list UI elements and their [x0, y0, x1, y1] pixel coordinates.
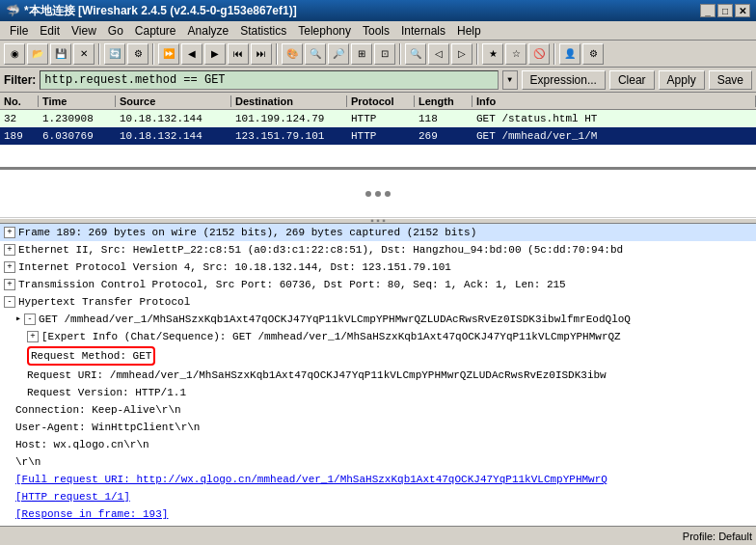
- expand-icon-tcp[interactable]: +: [4, 279, 15, 290]
- cell-time: 6.030769: [39, 130, 116, 142]
- packet-row-189[interactable]: 189 6.030769 10.18.132.144 123.151.79.10…: [0, 127, 756, 145]
- cell-time: 1.230908: [39, 113, 116, 124]
- expression-button[interactable]: Expression...: [522, 70, 606, 90]
- go-first-button[interactable]: ⏮: [228, 43, 249, 65]
- colorize-button[interactable]: 🎨: [282, 43, 303, 65]
- minimize-button[interactable]: _: [700, 4, 716, 17]
- close-button-tb[interactable]: ✕: [73, 43, 94, 65]
- filter-bar: Filter: ▼ Expression... Clear Apply Save: [0, 68, 756, 93]
- capture-options-button[interactable]: ⚙: [127, 43, 148, 65]
- apply-button[interactable]: Apply: [659, 70, 705, 90]
- detail-host[interactable]: Host: wx.qlogo.cn\r\n: [0, 436, 756, 453]
- zoom-reset-button[interactable]: ⊞: [351, 43, 372, 65]
- detail-version[interactable]: Request Version: HTTP/1.1: [0, 384, 756, 401]
- sep6: [554, 43, 555, 65]
- zoom-fit-button[interactable]: ⊡: [374, 43, 395, 65]
- menu-item-analyze[interactable]: Analyze: [182, 23, 235, 39]
- go-back-button[interactable]: ◀: [181, 43, 202, 65]
- open-button[interactable]: 📂: [27, 43, 48, 65]
- detail-http[interactable]: - Hypertext Transfer Protocol: [0, 293, 756, 311]
- go-last-button[interactable]: ⏭: [251, 43, 272, 65]
- menu-item-tools[interactable]: Tools: [357, 23, 395, 39]
- close-button[interactable]: ✕: [735, 4, 750, 17]
- reload-button[interactable]: 🔄: [104, 43, 125, 65]
- prefs-button[interactable]: ⚙: [582, 43, 604, 65]
- detail-expert[interactable]: + [Expert Info (Chat/Sequence): GET /mmh…: [0, 328, 756, 345]
- detail-connection[interactable]: Connection: Keep-Alive\r\n: [0, 401, 756, 419]
- sep5: [476, 43, 478, 65]
- maximize-button[interactable]: □: [717, 4, 733, 17]
- detail-ip[interactable]: + Internet Protocol Version 4, Src: 10.1…: [0, 259, 756, 276]
- detail-ethernet[interactable]: + Ethernet II, Src: HewlettP_22:c8:51 (a…: [0, 241, 756, 259]
- menu-item-capture[interactable]: Capture: [129, 23, 182, 39]
- cell-protocol: HTTP: [347, 130, 415, 142]
- col-destination: Destination: [231, 95, 347, 107]
- menu-item-internals[interactable]: Internals: [395, 23, 451, 39]
- empty-middle-area: [0, 170, 756, 218]
- menu-item-file[interactable]: File: [4, 23, 34, 39]
- menu-item-help[interactable]: Help: [451, 23, 487, 39]
- mark-button[interactable]: ★: [482, 43, 503, 65]
- expand-icon-ip[interactable]: +: [4, 261, 15, 273]
- detail-uri[interactable]: Request URI: /mmhead/ver_1/MhSaHSzxKqb1A…: [0, 367, 756, 384]
- clear-button[interactable]: Clear: [609, 70, 655, 90]
- sep3: [276, 43, 278, 65]
- sep2: [152, 43, 154, 65]
- detail-req-num[interactable]: [HTTP request 1/1]: [0, 488, 756, 505]
- expand-icon-http[interactable]: -: [4, 296, 15, 308]
- expand-icon-eth[interactable]: +: [4, 244, 15, 256]
- title-bar: 🦈 *本地连接 [Wireshark 2.4.5 (v2.4.5-0-g153e…: [0, 0, 756, 21]
- detail-useragent[interactable]: User-Agent: WinHttpClient\r\n: [0, 419, 756, 436]
- mark-prev-button[interactable]: ☆: [505, 43, 526, 65]
- window-title: *本地连接 [Wireshark 2.4.5 (v2.4.5-0-g153e86…: [24, 3, 297, 19]
- col-protocol: Protocol: [347, 95, 415, 107]
- expand-icon-get[interactable]: -: [24, 313, 36, 325]
- arrow-icon: ▸: [15, 312, 21, 327]
- menu-item-telephony[interactable]: Telephony: [292, 23, 357, 39]
- detail-response-text[interactable]: [Response in frame: 193]: [15, 506, 168, 522]
- detail-expert-text: [Expert Info (Chat/Sequence): GET /mmhea…: [41, 329, 621, 344]
- save-filter-button[interactable]: Save: [709, 70, 752, 90]
- col-info: Info: [472, 95, 756, 107]
- profile-button[interactable]: 👤: [559, 43, 580, 65]
- menu-item-statistics[interactable]: Statistics: [234, 23, 292, 39]
- detail-response[interactable]: [Response in frame: 193]: [0, 505, 756, 523]
- find-prev-button[interactable]: ◁: [428, 43, 449, 65]
- new-capture-button[interactable]: ◉: [4, 43, 25, 65]
- detail-version-text: Request Version: HTTP/1.1: [27, 385, 186, 400]
- find-next-button[interactable]: ▷: [451, 43, 472, 65]
- detail-method[interactable]: Request Method: GET: [0, 345, 756, 367]
- detail-host-text: Host: wx.qlogo.cn\r\n: [15, 437, 149, 452]
- menu-item-view[interactable]: View: [66, 23, 102, 39]
- cell-no: 32: [0, 113, 39, 124]
- expand-icon-expert[interactable]: +: [27, 331, 39, 342]
- expand-icon-frame[interactable]: +: [4, 227, 15, 238]
- scroll-end-button[interactable]: ⏩: [158, 43, 179, 65]
- col-no: No.: [0, 95, 39, 107]
- detail-http-text: Hypertext Transfer Protocol: [18, 294, 190, 310]
- detail-full-uri-text[interactable]: [Full request URI: http://wx.qlogo.cn/mm…: [15, 472, 608, 487]
- detail-tcp[interactable]: + Transmission Control Protocol, Src Por…: [0, 276, 756, 293]
- toolbar: ◉ 📂 💾 ✕ 🔄 ⚙ ⏩ ◀ ▶ ⏮ ⏭ 🎨 🔍 🔎 ⊞ ⊡ 🔍 ◁ ▷ ★ …: [0, 41, 756, 68]
- cell-info: GET /mmhead/ver_1/M: [472, 130, 756, 142]
- filter-input[interactable]: [40, 70, 498, 90]
- cell-destination: 101.199.124.79: [231, 113, 347, 124]
- detail-get-line[interactable]: ▸ - GET /mmhead/ver_1/MhSaHSzxKqb1Axt47q…: [0, 311, 756, 328]
- cell-source: 10.18.132.144: [116, 113, 231, 124]
- detail-full-uri[interactable]: [Full request URI: http://wx.qlogo.cn/mm…: [0, 471, 756, 488]
- menu-item-go[interactable]: Go: [102, 23, 129, 39]
- find-packet-button[interactable]: 🔍: [405, 43, 426, 65]
- save-button[interactable]: 💾: [50, 43, 71, 65]
- detail-req-num-text[interactable]: [HTTP request 1/1]: [15, 489, 130, 504]
- go-forward-button[interactable]: ▶: [204, 43, 226, 65]
- menu-item-edit[interactable]: Edit: [34, 23, 66, 39]
- detail-frame[interactable]: + Frame 189: 269 bytes on wire (2152 bit…: [0, 224, 756, 241]
- ignore-button[interactable]: 🚫: [528, 43, 550, 65]
- zoom-out-button[interactable]: 🔎: [328, 43, 349, 65]
- status-text: [4, 531, 7, 542]
- detail-crlf[interactable]: \r\n: [0, 453, 756, 471]
- packet-row-32[interactable]: 32 1.230908 10.18.132.144 101.199.124.79…: [0, 110, 756, 127]
- filter-dropdown-button[interactable]: ▼: [502, 70, 518, 90]
- sep1: [98, 43, 100, 65]
- zoom-in-button[interactable]: 🔍: [305, 43, 326, 65]
